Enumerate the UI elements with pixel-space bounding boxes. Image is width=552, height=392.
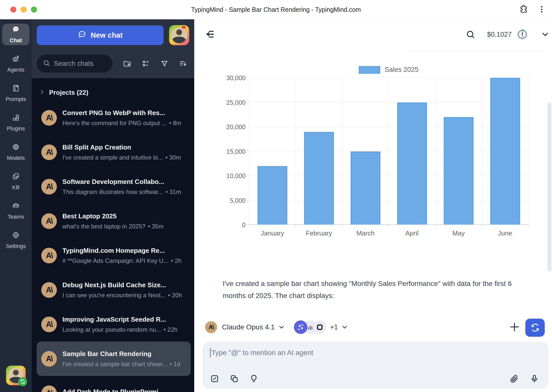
anthropic-avatar: A\	[41, 282, 57, 298]
assistant-message: I've created a sample bar chart showing …	[223, 278, 535, 302]
bulk-select-icon[interactable]	[142, 60, 150, 68]
chart-gridline	[249, 78, 249, 225]
chat-snippet: I've created a sample bar chart showi...	[62, 361, 167, 368]
kebab-menu-icon[interactable]	[537, 5, 546, 15]
chat-time: • 1d	[170, 361, 180, 368]
plugin-selector[interactable]: +1	[294, 320, 348, 334]
anthropic-avatar: A\	[41, 110, 57, 126]
chart-gridline	[435, 78, 436, 225]
x-axis-label: March	[342, 229, 389, 237]
collapse-sidebar-icon[interactable]	[205, 29, 216, 39]
plugins-chevron-down-icon	[341, 323, 348, 331]
rail-item-teams[interactable]: Teams	[2, 200, 29, 222]
chat-time: • 22h	[164, 326, 177, 333]
chat-icon	[12, 25, 20, 35]
bar-february	[304, 132, 334, 225]
rail-item-models[interactable]: Models	[2, 141, 29, 163]
sort-icon[interactable]	[179, 60, 187, 68]
new-chat-button[interactable]: New chat	[37, 25, 164, 45]
usage-alert-icon[interactable]	[517, 29, 528, 40]
microphone-icon[interactable]	[530, 374, 539, 383]
chat-time: • 2h	[171, 257, 182, 264]
chevron-down-icon[interactable]	[540, 30, 550, 39]
chat-title: Add Dark Mode to PluginPermi...	[62, 388, 186, 392]
anthropic-avatar: A\	[41, 385, 57, 392]
extension-icon[interactable]	[519, 5, 528, 15]
chat-snippet: I've created a simple and intuitive bi..…	[62, 154, 163, 161]
search-chats-field[interactable]	[37, 55, 112, 73]
message-input[interactable]: Type "@" to mention an AI agent	[210, 348, 541, 357]
chat-snippet: what's the best laptop in 2025?	[62, 223, 145, 230]
rail-item-chat[interactable]: Chat	[2, 24, 29, 45]
new-folder-icon[interactable]	[123, 60, 131, 68]
search-conversation-icon[interactable]	[465, 29, 476, 39]
y-axis-tick	[246, 200, 249, 201]
y-axis-label: 25,000	[226, 99, 246, 106]
chat-list-item[interactable]: A\ Bill Split App Creation I've created …	[37, 135, 191, 169]
model-name[interactable]: Claude Opus 4.1	[222, 323, 275, 331]
user-avatar[interactable]	[169, 25, 189, 45]
chat-time: • 20h	[168, 292, 182, 299]
rail-item-settings[interactable]: Settings	[2, 229, 29, 251]
lightbulb-icon[interactable]	[249, 374, 258, 383]
chat-title: TypingMind.com Homepage Re...	[62, 247, 186, 255]
input-placeholder: Type "@" to mention an AI agent	[211, 349, 313, 357]
y-axis-tick	[246, 225, 249, 225]
chat-list-item[interactable]: A\ Debug Next.js Build Cache Size... I c…	[37, 273, 191, 307]
copy-icon[interactable]	[230, 374, 239, 383]
more-plugins-count: +1	[330, 323, 338, 331]
nav-rail: Chat Agents Prompts Plugins Models KB Te…	[0, 19, 32, 392]
models-icon	[12, 143, 20, 153]
regenerate-button[interactable]	[525, 319, 545, 337]
chat-snippet: # **Google Ads Campaign: API Key U...	[62, 257, 169, 264]
chat-snippet: This diagram illustrates how softwar...	[62, 188, 163, 195]
filter-icon[interactable]	[160, 60, 169, 68]
x-axis-tick	[249, 225, 249, 228]
chart-y-axis-labels: 05,00010,00015,00020,00025,00030,000	[194, 78, 246, 225]
bar-may	[444, 117, 473, 225]
chat-list-item[interactable]: A\ Convert PNG to WebP with Res... Here'…	[37, 101, 191, 135]
bar-april	[397, 103, 427, 225]
chat-title: Software Development Collabo...	[62, 178, 186, 186]
y-axis-label: 20,000	[226, 123, 246, 131]
rail-item-plugins[interactable]: Plugins	[2, 112, 29, 133]
projects-section-header[interactable]: Projects (22)	[32, 78, 194, 101]
window-titlebar: TypingMind - Sample Bar Chart Rendering …	[0, 0, 552, 19]
plugin-icon-canvas	[313, 320, 327, 334]
anthropic-avatar: A\	[41, 179, 57, 194]
model-chevron-down-icon[interactable]	[278, 323, 285, 331]
projects-header-label: Projects (22)	[49, 89, 88, 96]
chart-gridline	[296, 78, 296, 225]
anthropic-avatar: A\	[41, 351, 57, 367]
chat-list-item[interactable]: A\ Software Development Collabo... This …	[37, 169, 191, 204]
chat-time: • 8m	[169, 120, 181, 127]
canvas-editor-icon[interactable]	[210, 374, 219, 383]
x-axis-tick	[482, 225, 482, 228]
chat-list-item[interactable]: A\ Add Dark Mode to PluginPermi...	[37, 376, 191, 392]
agents-icon	[12, 55, 20, 64]
chart-gridline	[482, 78, 482, 225]
y-axis-label: 15,000	[226, 148, 246, 155]
cost-indicator[interactable]: $0.1027	[487, 31, 512, 38]
window-title: TypingMind - Sample Bar Chart Rendering …	[0, 0, 552, 19]
x-axis-tick	[342, 225, 342, 228]
plugin-icon-blue	[294, 320, 307, 334]
chat-list-item[interactable]: A\ Sample Bar Chart Rendering I've creat…	[37, 341, 191, 376]
chart-x-axis-labels: JanuaryFebruaryMarchAprilMayJune	[249, 229, 528, 237]
chart-legend[interactable]: Sales 2025	[249, 66, 528, 74]
attachment-icon[interactable]	[510, 374, 519, 383]
add-button[interactable]	[508, 321, 521, 333]
chat-list-item[interactable]: A\ TypingMind.com Homepage Re... # **Goo…	[37, 238, 191, 273]
search-chats-input[interactable]	[54, 60, 106, 68]
chat-time: • 30m	[165, 154, 181, 161]
y-axis-tick	[246, 176, 249, 176]
anthropic-avatar: A\	[41, 317, 57, 332]
rail-item-agents[interactable]: Agents	[2, 53, 29, 75]
chat-list-item[interactable]: A\ Best Laptop 2025 what's the best lapt…	[37, 204, 191, 238]
chat-list-item[interactable]: A\ Improving JavaScript Seeded R... Look…	[37, 307, 191, 341]
avatar-badge	[182, 26, 186, 28]
vertical-scrollbar[interactable]	[547, 103, 551, 271]
workspace-avatar[interactable]	[6, 366, 26, 385]
rail-item-kb[interactable]: KB	[2, 171, 29, 192]
rail-item-prompts[interactable]: Prompts	[2, 82, 29, 104]
